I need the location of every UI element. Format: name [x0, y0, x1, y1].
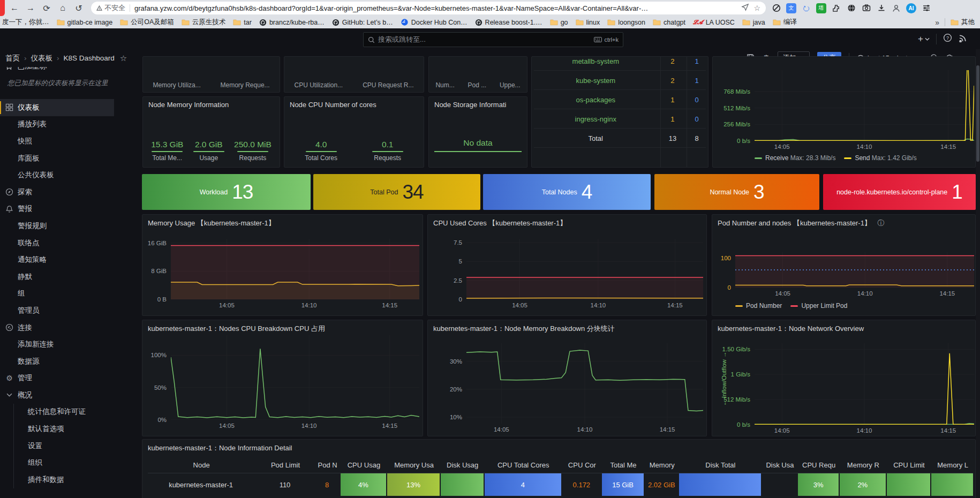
memory-usage-chart[interactable]: 16 GiB8 GiB0 B14:0514:1014:15 — [171, 239, 419, 299]
info-icon[interactable]: ⓘ — [878, 219, 885, 227]
sidebar-item-播放列表[interactable]: 播放列表 — [0, 116, 114, 133]
sidebar-item-概况[interactable]: 概况 — [0, 387, 114, 404]
panel-title[interactable]: kubernetes-master-1：Node Network Overvie… — [718, 324, 864, 334]
sidebar-item-公共仪表板[interactable]: 公共仪表板 — [0, 167, 114, 184]
send-to-device-icon[interactable] — [741, 3, 749, 13]
bookmark-item[interactable]: 度一下，你就… — [2, 18, 49, 27]
column-header-Memory L[interactable]: Memory L — [931, 457, 974, 473]
legend-item[interactable]: Receive Max: 28.3 Mib/s — [755, 154, 835, 162]
download-icon[interactable] — [876, 3, 886, 13]
sidebar-item-库面板[interactable]: 库面板 — [0, 150, 114, 167]
namespace-link[interactable]: Total — [532, 134, 660, 142]
bookmark-item[interactable]: 编译 — [773, 18, 797, 27]
sidebar-item-连接[interactable]: 连接 — [0, 319, 114, 336]
column-header-Disk Usa[interactable]: Disk Usa — [762, 457, 798, 473]
bookmark-item[interactable]: chatgpt — [653, 19, 685, 26]
panel-cpu-used-cores[interactable]: CPU Used Cores 【kubernetes-master-1】 7.5… — [427, 214, 707, 316]
panel-clipped-memory-util[interactable]: Memory Utiliza...Memory Reque... — [142, 56, 280, 93]
panel-title[interactable]: Memory Usage 【kubernetes-master-1】 — [148, 218, 275, 228]
memory-breakdown-chart[interactable]: 30%20%10%14:0514:1014:15 — [466, 343, 703, 424]
column-header-CPU Usag[interactable]: CPU Usag — [341, 457, 388, 473]
favorite-star-icon[interactable]: ☆ — [120, 54, 127, 63]
bookmark-item[interactable]: 𝓛𝓐LA UOSC — [693, 19, 735, 26]
sidebar-item-快照[interactable]: 快照 — [0, 133, 114, 150]
sliders-icon[interactable] — [921, 3, 931, 13]
panel-memory-usage[interactable]: Memory Usage 【kubernetes-master-1】 16 Gi… — [142, 214, 423, 316]
sidebar-starred-header[interactable]: 已加星标 — [5, 67, 47, 73]
extensions-puzzle-icon[interactable] — [831, 3, 841, 13]
bookmark-item[interactable]: gitlab-ce image — [57, 19, 113, 26]
address-bar[interactable]: 不安全 grafana.yzw.com/d/beytgzfuna0hsb/k8s… — [91, 2, 766, 14]
sidebar-item-设置[interactable]: 设置 — [0, 437, 114, 455]
panel-pod-number[interactable]: Pod Number and nodes 【kubernetes-master-… — [712, 214, 976, 316]
tab-loop-icon[interactable]: ⭮ — [801, 3, 811, 13]
breadcrumb-dashboards[interactable]: 仪表板 — [31, 54, 53, 63]
column-header-Memory[interactable]: Memory — [645, 457, 679, 473]
screenshot-camera-icon[interactable] — [861, 3, 871, 13]
sidebar-item-探索[interactable]: 探索 — [0, 184, 114, 201]
home-icon[interactable]: ⌂ — [57, 2, 69, 14]
legend-item[interactable]: Send Max: 1.42 Gib/s — [844, 154, 916, 162]
sidebar-item-静默[interactable]: 静默 — [0, 268, 114, 285]
panel-memory-breakdown[interactable]: kubernetes-master-1：Node Memory Breakdow… — [427, 320, 707, 436]
security-badge[interactable]: 不安全 — [96, 3, 125, 13]
globe-icon[interactable] — [846, 3, 856, 13]
bookmark-item[interactable]: loongson — [607, 19, 645, 26]
panel-namespace-table[interactable]: metallb-system21kube-system21os-packages… — [531, 56, 708, 168]
cpu-used-chart[interactable]: 7.552.5014:0514:1014:15 — [466, 239, 703, 299]
sidebar-item-组[interactable]: 组 — [0, 285, 114, 303]
ai-icon[interactable]: AI — [906, 3, 916, 13]
column-header-Pod Limit[interactable]: Pod Limit — [256, 457, 315, 473]
panel-title[interactable]: kubernetes-master-1：Nodes CPU Breakdown … — [148, 324, 325, 334]
panel-title[interactable]: kubernetes-master-1：Node Information Det… — [148, 443, 292, 453]
block-icon[interactable] — [771, 3, 781, 13]
bookmark-item[interactable]: GitHub: Let’s b… — [332, 19, 393, 26]
column-header-CPU Cor[interactable]: CPU Cor — [562, 457, 602, 473]
bookmark-item[interactable]: brancz/kube-rba… — [259, 19, 325, 26]
bookmark-item[interactable]: 云原生技术 — [182, 18, 226, 27]
bookmark-item[interactable]: linux — [576, 19, 600, 26]
bookmark-item[interactable]: Docker Hub Con… — [401, 19, 468, 26]
profile-icon[interactable] — [891, 3, 901, 13]
cpu-breakdown-chart[interactable]: 100%50%0%14:0514:1014:15 — [171, 335, 419, 420]
legend-item[interactable]: Pod Number — [735, 302, 782, 310]
bookmark-other-folder[interactable]: 其他 — [951, 18, 975, 27]
column-header-CPU Limit[interactable]: CPU Limit — [887, 457, 932, 473]
help-icon[interactable]: ? — [943, 33, 952, 44]
namespace-link[interactable]: metallb-system — [532, 57, 660, 65]
sidebar-item-警报[interactable]: 警报 — [0, 201, 114, 218]
panel-cpu-breakdown[interactable]: kubernetes-master-1：Nodes CPU Breakdown … — [142, 320, 423, 436]
baota-icon[interactable]: 塔 — [816, 3, 826, 13]
sidebar-item-警报规则[interactable]: 警报规则 — [0, 217, 114, 235]
panel-clipped-pod-stats[interactable]: Num...Pod ...Uppe... — [428, 56, 527, 93]
sidebar-item-默认首选项[interactable]: 默认首选项 — [0, 420, 114, 437]
bookmark-item[interactable]: go — [550, 19, 568, 26]
column-header-Memory Usa[interactable]: Memory Usa — [387, 457, 441, 473]
legend-item[interactable]: Upper Limit Pod — [790, 302, 847, 310]
column-header-Memory R[interactable]: Memory R — [840, 457, 887, 473]
rss-news-icon[interactable] — [959, 34, 967, 44]
sidebar-item-插件和数据[interactable]: 插件和数据 — [0, 471, 114, 488]
scrollbar-thumb[interactable] — [976, 65, 979, 162]
panel-title[interactable]: Node Storage Informati — [434, 101, 506, 109]
namespace-link[interactable]: ingress-nginx — [532, 115, 660, 123]
forward-icon[interactable]: → — [25, 2, 36, 14]
bookmark-item[interactable]: Release boost-1.… — [475, 19, 542, 26]
namespace-link[interactable]: os-packages — [532, 96, 660, 104]
bookmark-item[interactable]: java — [742, 19, 765, 26]
column-header-CPU Requ[interactable]: CPU Requ — [798, 457, 840, 473]
column-header-Pod N[interactable]: Pod N — [315, 457, 341, 473]
network-overview-chart[interactable]: 1.50 Gib/s1 Gib/s512 Mib/s0 b/s14:0514:1… — [755, 343, 974, 425]
add-menu-button[interactable]: + — [918, 34, 930, 44]
undo-icon[interactable]: ↺ — [73, 2, 85, 14]
column-header-Total Me[interactable]: Total Me — [602, 457, 645, 473]
translate-icon[interactable]: 文 — [786, 3, 796, 13]
network-io-chart[interactable]: 768 Mib/s512 Mib/s256 Mib/s0 b/s14:0514:… — [755, 70, 974, 141]
bookmark-item[interactable]: 公司OA及邮箱 — [120, 18, 174, 27]
panel-title[interactable]: CPU Used Cores 【kubernetes-master-1】 — [433, 218, 567, 228]
sidebar-item-联络点[interactable]: 联络点 — [0, 235, 114, 252]
page-scrollbar[interactable] — [976, 49, 980, 498]
sidebar-item-添加新连接[interactable]: 添加新连接 — [0, 336, 114, 353]
panel-node-cpu-cores[interactable]: Node CPU Number of cores 4.0Total Cores0… — [284, 96, 424, 168]
column-header-Disk Usag[interactable]: Disk Usag — [441, 457, 485, 473]
